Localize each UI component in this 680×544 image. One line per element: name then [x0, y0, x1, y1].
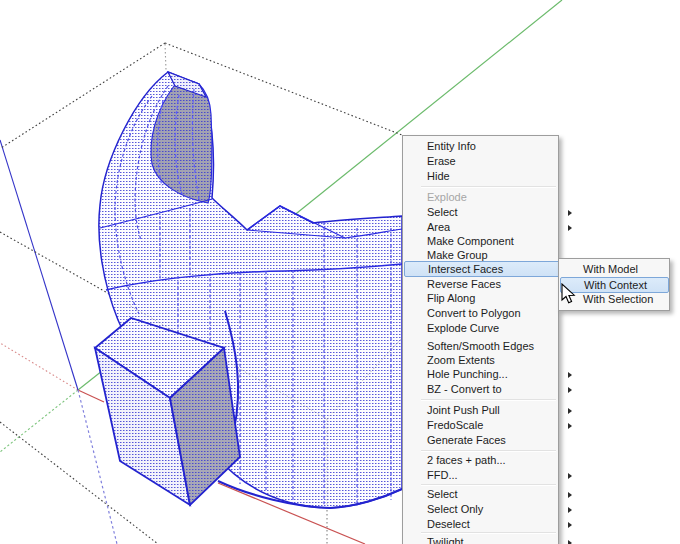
menu-item-erase[interactable]: Erase — [404, 154, 579, 169]
bounding-box-edge — [165, 44, 166, 70]
blue-axis[interactable] — [0, 140, 78, 390]
menu-item-generate-faces[interactable]: Generate Faces — [404, 433, 579, 448]
menu-item-bz-convert-to[interactable]: BZ - Convert to — [404, 382, 579, 397]
menu-item-reverse-faces[interactable]: Reverse Faces — [404, 277, 579, 292]
red-axis-negative — [0, 343, 78, 390]
menu-separator — [421, 399, 556, 401]
menu-separator — [421, 484, 556, 486]
green-axis-negative — [0, 390, 78, 452]
menu-item-entity-info[interactable]: Entity Info — [404, 139, 579, 154]
menu-item-zoom-extents[interactable]: Zoom Extents — [404, 353, 579, 368]
submenu-item-with-model[interactable]: With Model — [560, 262, 667, 277]
menu-item-joint-push-pull[interactable]: Joint Push Pull — [404, 403, 579, 418]
menu-separator — [421, 450, 556, 452]
menu-item-ffd[interactable]: FFD... — [404, 468, 579, 483]
menu-item-explode: Explode — [404, 190, 579, 205]
green-axis-near-origin[interactable] — [78, 371, 102, 390]
menu-item-convert-to-polygon[interactable]: Convert to Polygon — [404, 306, 579, 321]
menu-item-deselect[interactable]: Deselect — [404, 517, 579, 532]
menu-item-hide[interactable]: Hide — [404, 169, 579, 184]
menu-item-2-faces-path[interactable]: 2 faces + path... — [404, 453, 579, 468]
menu-item-explode-curve[interactable]: Explode Curve — [404, 321, 579, 336]
menu-item-hole-punching[interactable]: Hole Punching... — [404, 367, 579, 382]
menu-separator — [421, 186, 556, 188]
menu-item-select[interactable]: Select — [404, 205, 579, 220]
menu-item-intersect-faces[interactable]: Intersect Faces — [404, 261, 581, 277]
menu-item-twilight[interactable]: Twilight — [404, 535, 579, 544]
menu-item-flip-along[interactable]: Flip Along — [404, 291, 579, 306]
menu-item-soften-smooth-edges[interactable]: Soften/Smooth Edges — [404, 339, 579, 354]
menu-separator — [421, 532, 556, 534]
menu-item-select-2[interactable]: Select — [404, 487, 579, 502]
context-menu: Entity Info Erase Hide Explode Select Ar… — [402, 135, 559, 544]
menu-item-make-component[interactable]: Make Component — [404, 234, 579, 249]
menu-item-fredoscale[interactable]: FredoScale — [404, 418, 579, 433]
menu-item-select-only[interactable]: Select Only — [404, 502, 579, 517]
menu-item-area[interactable]: Area — [404, 220, 579, 235]
sketchup-viewport: Entity Info Erase Hide Explode Select Ar… — [0, 0, 680, 544]
mouse-cursor-icon — [560, 283, 578, 307]
red-axis-near-origin[interactable] — [78, 390, 104, 402]
model-box[interactable] — [95, 318, 240, 505]
